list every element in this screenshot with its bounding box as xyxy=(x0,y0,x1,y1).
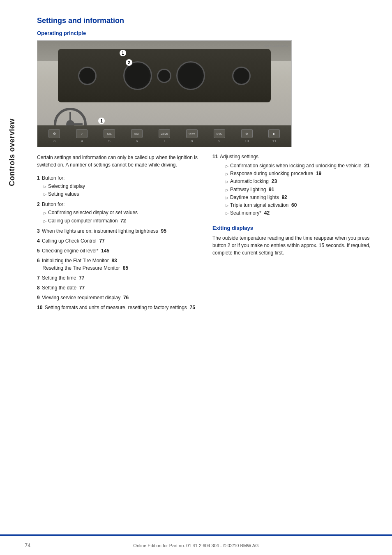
list-item-8: 8 Setting the date 77 xyxy=(37,284,200,291)
strip-btn-6: RST 6 xyxy=(131,129,143,143)
sub-item-2-2: Calling up computer information 72 xyxy=(44,217,200,225)
sub-item-11-2: Response during unlocking procedure 19 xyxy=(226,170,376,178)
car-dashboard-image: 1 2 1 ⚙ 3 ✓ 4 OIL 5 RST 6 xyxy=(37,40,292,147)
list-item-4: 4 Calling up Check Control 77 xyxy=(37,237,200,245)
list-item-1: 1 Button for: Selecting display Setting … xyxy=(37,174,200,198)
strip-btn-7: 23:20 7 xyxy=(159,129,170,143)
page-title: Settings and information xyxy=(37,16,376,25)
exiting-displays-heading: Exiting displays xyxy=(212,225,376,231)
list-num-3: 3 xyxy=(37,228,40,234)
list-item-6: 6 Initializing the Flat Tire Monitor 83 … xyxy=(37,257,200,272)
strip-btn-11: ▶ 11 xyxy=(268,129,280,143)
list-item-9: 9 Viewing service requirement display 76 xyxy=(37,294,200,301)
strip-btn-9: SVC 9 xyxy=(214,129,225,143)
list-num-8: 8 xyxy=(37,285,40,291)
right-sub-list: Confirmation signals when locking and un… xyxy=(219,162,376,217)
list-num-2: 2 xyxy=(37,201,40,207)
list-item-7: 7 Setting the time 77 xyxy=(37,274,200,282)
sub-item-11-6: Triple turn signal activation 60 xyxy=(226,201,376,209)
sidebar-label: Controls overview xyxy=(0,66,24,238)
strip-btn-5: OIL 5 xyxy=(104,129,115,143)
num-label-2: 2 xyxy=(126,59,132,66)
sub-item-11-7: Seat memory* 42 xyxy=(226,209,376,217)
footer-text: Online Edition for Part no. 01 41 2 604 … xyxy=(133,543,258,548)
list-num-4: 4 xyxy=(37,238,40,244)
list-num-9: 9 xyxy=(37,295,40,301)
list-num-11: 11 xyxy=(212,154,218,160)
strip-btn-4: ✓ 4 xyxy=(76,129,88,143)
num-label-1-top: 1 xyxy=(120,50,126,56)
list-num-1: 1 xyxy=(37,175,40,181)
strip-btn-8: 08.04 8 xyxy=(186,129,198,143)
sub-item-11-5: Daytime running lights 92 xyxy=(226,194,376,201)
list-item-2: 2 Button for: Confirming selected displa… xyxy=(37,201,200,224)
sub-item-1-1: Selecting display xyxy=(44,183,200,190)
footer: 74 Online Edition for Part no. 01 41 2 6… xyxy=(0,534,392,555)
strip-btn-3: ⚙ 3 xyxy=(48,129,60,143)
main-content: Settings and information Operating princ… xyxy=(25,0,392,330)
right-item-11-label: 11 Adjusting settings xyxy=(212,154,376,160)
list-item-5: 5 Checking engine oil level* 145 xyxy=(37,247,200,254)
list-num-5: 5 xyxy=(37,248,40,254)
image-label: W67-1184-AMG xyxy=(264,44,288,48)
exiting-text: The outside temperature reading and the … xyxy=(212,234,376,257)
intro-text: Certain settings and information can onl… xyxy=(37,154,200,169)
footer-page-number: 74 xyxy=(25,542,30,548)
numbered-list: 1 Button for: Selecting display Setting … xyxy=(37,174,200,311)
content-columns: Certain settings and information can onl… xyxy=(37,154,376,314)
strip-btn-10: ⊕ 10 xyxy=(241,129,253,143)
list-num-10: 10 xyxy=(37,305,42,310)
left-column: Certain settings and information can onl… xyxy=(37,154,200,314)
sub-item-11-4: Pathway lighting 91 xyxy=(226,186,376,194)
sub-item-11-1: Confirmation signals when locking and un… xyxy=(226,162,376,170)
num-label-1-bottom: 1 xyxy=(98,118,105,124)
right-column: 11 Adjusting settings Confirmation signa… xyxy=(212,154,376,314)
sub-item-2-1: Confirming selected display or set value… xyxy=(44,209,200,217)
sidebar-label-text: Controls overview xyxy=(8,118,16,186)
sub-item-11-3: Automatic locking 23 xyxy=(226,178,376,185)
list-num-7: 7 xyxy=(37,275,40,281)
sub-item-1-2: Setting values xyxy=(44,190,200,198)
operating-principle-heading: Operating principle xyxy=(37,30,376,36)
list-num-6: 6 xyxy=(37,258,40,264)
list-item-3: 3 When the lights are on: instrument lig… xyxy=(37,227,200,235)
list-item-10: 10 Setting formats and units of measure,… xyxy=(37,304,200,311)
